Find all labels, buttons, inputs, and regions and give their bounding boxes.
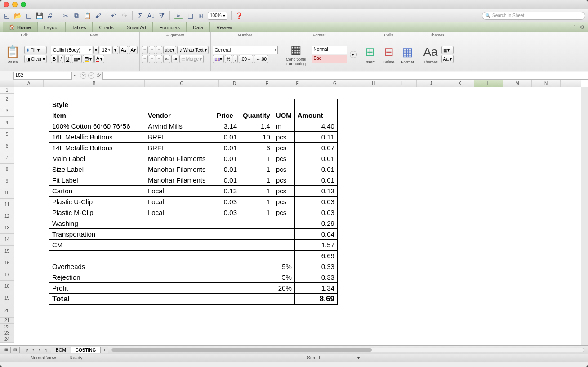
cell-vendor[interactable] bbox=[145, 283, 214, 294]
tab-charts[interactable]: Charts bbox=[93, 22, 120, 32]
row-header-8[interactable]: 8 bbox=[0, 164, 14, 175]
cell-vendor[interactable] bbox=[145, 261, 214, 272]
tab-layout[interactable]: Layout bbox=[38, 22, 66, 32]
align-center-button[interactable]: ≡ bbox=[149, 55, 155, 63]
row-header-14[interactable]: 14 bbox=[0, 234, 14, 246]
cell-price[interactable] bbox=[214, 229, 240, 240]
cell-item[interactable]: Overheads bbox=[49, 261, 145, 272]
total-amount[interactable]: 8.69 bbox=[294, 294, 337, 305]
new-workbook-icon[interactable]: ◰ bbox=[3, 12, 11, 20]
cell-item[interactable]: Rejection bbox=[49, 272, 145, 283]
style-header[interactable]: Style bbox=[49, 99, 145, 110]
cell-qty[interactable]: 6 bbox=[240, 143, 273, 153]
number-format-select[interactable]: General bbox=[213, 46, 278, 54]
cell-qty[interactable]: 1.4 bbox=[240, 121, 273, 132]
clear-button[interactable]: ◨Clear▾ bbox=[24, 55, 47, 63]
cell-item[interactable]: 100% Cotton 60*60 76*56 bbox=[49, 121, 145, 132]
cell-uom[interactable] bbox=[273, 240, 294, 251]
row-header-1[interactable]: 1 bbox=[0, 87, 14, 94]
cell-uom[interactable] bbox=[273, 229, 294, 240]
cancel-formula-button[interactable]: ✕ bbox=[80, 72, 86, 79]
cell-qty[interactable]: 1 bbox=[240, 186, 273, 197]
fill-button[interactable]: ⬇Fill▾ bbox=[24, 46, 47, 54]
col-header-F[interactable]: F bbox=[284, 80, 311, 87]
cell-uom[interactable]: pcs bbox=[273, 186, 294, 197]
col-header-D[interactable]: D bbox=[219, 80, 250, 87]
ribbon-settings-icon[interactable]: ⚙ bbox=[580, 24, 584, 30]
row-header-18[interactable]: 18 bbox=[0, 281, 14, 292]
cell-vendor[interactable]: BRFL bbox=[145, 143, 214, 153]
horizontal-scrollbar[interactable] bbox=[111, 348, 584, 352]
style-bad[interactable]: Bad bbox=[312, 55, 347, 63]
cell-price[interactable] bbox=[214, 240, 240, 251]
col-price[interactable]: Price bbox=[214, 110, 240, 121]
cell-price[interactable] bbox=[214, 251, 240, 261]
cell-item[interactable]: Plastic U-Clip bbox=[49, 197, 145, 207]
cell-uom[interactable]: pcs bbox=[273, 175, 294, 186]
col-header-L[interactable]: L bbox=[474, 80, 503, 87]
tab-smartart[interactable]: SmartArt bbox=[120, 22, 153, 32]
shrink-font-button[interactable]: A▾ bbox=[129, 46, 138, 54]
row-header-2[interactable]: 2 bbox=[0, 94, 14, 105]
cell-amount[interactable]: 0.33 bbox=[294, 272, 337, 283]
cell-qty[interactable] bbox=[240, 283, 273, 294]
indent-dec-button[interactable]: ⇤ bbox=[163, 55, 170, 63]
font-color-button[interactable]: A▾ bbox=[94, 55, 104, 63]
row-header-23[interactable]: 23 bbox=[0, 330, 14, 336]
normal-view-button[interactable]: ▦ bbox=[2, 347, 11, 353]
cut-icon[interactable]: ✂ bbox=[62, 12, 70, 20]
col-header-I[interactable]: I bbox=[388, 80, 417, 87]
increase-decimal-button[interactable]: .00→ bbox=[239, 55, 253, 63]
decrease-decimal-button[interactable]: ←.00 bbox=[254, 55, 268, 63]
cell-item[interactable]: Plastic M-Clip bbox=[49, 207, 145, 218]
name-box[interactable]: L52 bbox=[13, 72, 72, 80]
cell-amount[interactable]: 0.07 bbox=[294, 143, 337, 153]
col-header-H[interactable]: H bbox=[359, 80, 388, 87]
cell-amount[interactable]: 1.34 bbox=[294, 283, 337, 294]
insert-cells-button[interactable]: ⊞Insert bbox=[361, 40, 379, 69]
col-header-J[interactable]: J bbox=[417, 80, 445, 87]
cells-area[interactable]: Style Item Vendor Price Quantity UOM Amo… bbox=[14, 87, 581, 345]
cell-vendor[interactable]: Local bbox=[145, 186, 214, 197]
cell-vendor[interactable]: Manohar Filaments bbox=[145, 175, 214, 186]
cell-price[interactable]: 0.01 bbox=[214, 132, 240, 143]
font-size-select[interactable]: 12 bbox=[100, 46, 111, 54]
row-header-11[interactable]: 11 bbox=[0, 199, 14, 210]
orientation-button[interactable]: abc▾ bbox=[163, 46, 176, 54]
wrap-text-button[interactable]: ⤸Wrap Text▾ bbox=[177, 46, 209, 54]
tab-formulas[interactable]: Formulas bbox=[153, 22, 187, 32]
prev-sheet-button[interactable]: ◂ bbox=[30, 347, 36, 353]
tab-tables[interactable]: Tables bbox=[66, 22, 93, 32]
autosum-icon[interactable]: Σ bbox=[136, 12, 144, 20]
format-cells-button[interactable]: ▦Format bbox=[399, 40, 417, 69]
themes-button[interactable]: AaThemes bbox=[421, 40, 441, 69]
col-header-C[interactable]: C bbox=[145, 80, 219, 87]
collapse-ribbon-icon[interactable]: ˄ bbox=[574, 24, 576, 30]
row-header-20[interactable]: 20 bbox=[0, 304, 14, 318]
zoom-window-button[interactable] bbox=[21, 2, 26, 7]
cell-vendor[interactable] bbox=[145, 229, 214, 240]
cell-vendor[interactable]: Manohar Filaments bbox=[145, 164, 214, 175]
cell-uom[interactable]: 5% bbox=[273, 272, 294, 283]
styles-more-button[interactable]: ▸ bbox=[350, 51, 357, 58]
theme-fonts-button[interactable]: Aa▾ bbox=[441, 55, 454, 63]
tab-data[interactable]: Data bbox=[187, 22, 210, 32]
cell-price[interactable]: 0.01 bbox=[214, 164, 240, 175]
cell-price[interactable]: 0.03 bbox=[214, 207, 240, 218]
tab-home[interactable]: 🏠Home bbox=[3, 22, 38, 32]
sort-icon[interactable]: A↓ bbox=[147, 12, 155, 20]
row-header-15[interactable]: 15 bbox=[0, 246, 14, 257]
cell-qty[interactable] bbox=[240, 261, 273, 272]
currency-button[interactable]: 💷▾ bbox=[213, 55, 224, 63]
row-header-7[interactable]: 7 bbox=[0, 152, 14, 164]
cell-qty[interactable] bbox=[240, 240, 273, 251]
cell-amount[interactable]: 4.40 bbox=[294, 121, 337, 132]
cell-qty[interactable] bbox=[240, 272, 273, 283]
cell-amount[interactable]: 0.11 bbox=[294, 132, 337, 143]
row-header-16[interactable]: 16 bbox=[0, 257, 14, 269]
cell-amount[interactable]: 6.69 bbox=[294, 251, 337, 261]
save-icon[interactable]: 💾 bbox=[35, 12, 43, 20]
row-header-22[interactable]: 22 bbox=[0, 324, 14, 330]
col-header-N[interactable]: N bbox=[532, 80, 561, 87]
cell-uom[interactable] bbox=[273, 218, 294, 229]
